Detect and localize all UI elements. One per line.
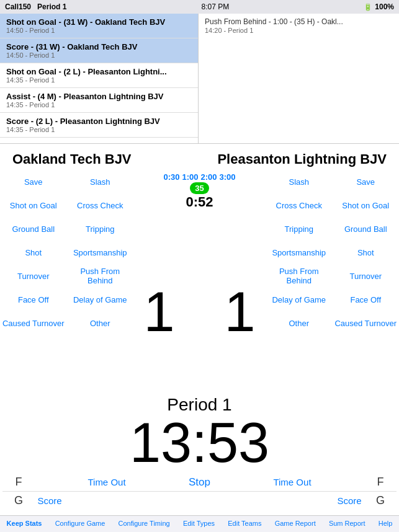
away-action-btn[interactable]: Sportsmanship — [266, 241, 333, 264]
home-timeout-btn[interactable]: Time Out — [82, 477, 132, 487]
away-action-row: Other Caused Turnover — [266, 311, 399, 335]
right-feed: Push From Behind - 1:00 - (35 H) - Oakl.… — [199, 14, 399, 143]
tab-item[interactable]: Configure Game — [55, 520, 105, 527]
home-score: 1 — [143, 284, 174, 340]
notification-text: Push From Behind - 1:00 - (35 H) - Oakl.… — [205, 17, 393, 35]
home-action-btn[interactable]: Cross Check — [67, 193, 134, 217]
away-action-btn[interactable]: Save — [333, 170, 400, 193]
feed-item[interactable]: Shot on Goal - (2 L) - Pleasanton Lightn… — [0, 63, 198, 88]
feed-item[interactable]: Score - (2 L) - Pleasanton Lightning BJV… — [0, 113, 198, 138]
main-clock: 13:53 — [0, 415, 399, 473]
status-right: 🔋 100% — [364, 2, 394, 11]
home-action-row: Face Off Delay of Game — [0, 288, 133, 311]
tab-item[interactable]: Sum Report — [329, 520, 365, 527]
tab-item[interactable]: Edit Types — [183, 520, 215, 527]
away-team-name: Pleasanton Lightning BJV — [217, 151, 387, 167]
stop-btn[interactable]: Stop — [189, 476, 210, 489]
away-action-row: Sportsmanship Shot — [266, 241, 399, 264]
score-row: 1 1 — [133, 281, 266, 343]
battery-label: 100% — [375, 2, 394, 11]
home-action-btn[interactable]: Sportsmanship — [67, 241, 134, 264]
home-action-row: Ground Ball Tripping — [0, 217, 133, 241]
tab-item[interactable]: Configure Timing — [119, 520, 170, 527]
home-action-row: Shot on Goal Cross Check — [0, 193, 133, 217]
home-action-btn[interactable]: Shot — [0, 241, 67, 264]
away-score: 1 — [225, 284, 256, 340]
home-action-btn[interactable]: Save — [0, 170, 67, 193]
home-action-btn[interactable]: Other — [67, 311, 134, 335]
period-label: Period 1 — [37, 2, 66, 11]
home-action-btn[interactable]: Turnover — [0, 264, 67, 288]
period-200-btn[interactable]: 2:00 — [201, 172, 217, 182]
penalty-clock: 0:52 — [186, 194, 213, 210]
away-score-btn[interactable]: Score — [325, 495, 374, 506]
home-action-btn[interactable]: Shot on Goal — [0, 193, 67, 217]
home-f-label: F — [12, 476, 25, 489]
bottom-row-1: F Time Out Stop Time Out F — [0, 473, 399, 491]
home-action-row: Turnover Push From Behind — [0, 264, 133, 288]
away-action-row: Delay of Game Face Off — [266, 288, 399, 311]
home-action-row: Caused Turnover Other — [0, 311, 133, 335]
home-action-btn[interactable]: Delay of Game — [67, 288, 134, 311]
actions-section: Save Slash Shot on Goal Cross Check Grou… — [0, 170, 399, 390]
home-action-row: Save Slash — [0, 170, 133, 193]
home-actions-col: Save Slash Shot on Goal Cross Check Grou… — [0, 170, 133, 390]
tab-item[interactable]: Game Report — [275, 520, 316, 527]
away-action-btn[interactable]: Other — [266, 311, 333, 335]
home-action-btn[interactable]: Caused Turnover — [0, 311, 67, 335]
team-names: Oakland Tech BJV Pleasanton Lightning BJ… — [0, 144, 399, 170]
home-action-btn[interactable]: Slash — [67, 170, 134, 193]
period-030-btn[interactable]: 0:30 — [163, 172, 179, 182]
tab-item[interactable]: Keep Stats — [7, 520, 42, 527]
feed-item[interactable]: Assist - (4 M) - Pleasanton Lightning BJ… — [0, 88, 198, 113]
battery-icon: 🔋 — [364, 3, 372, 11]
carrier-label: Call150 — [5, 2, 31, 11]
away-action-btn[interactable]: Delay of Game — [266, 288, 333, 311]
status-left: Call150 Period 1 — [5, 2, 66, 11]
away-action-btn[interactable]: Ground Ball — [333, 217, 400, 241]
center-col: 0:30 1:00 2:00 3:00 35 0:52 1 1 — [133, 170, 266, 390]
away-action-row: Push From Behind Turnover — [266, 264, 399, 288]
home-action-btn[interactable]: Face Off — [0, 288, 67, 311]
home-team-name: Oakland Tech BJV — [12, 151, 132, 167]
away-actions-col: Slash Save Cross Check Shot on Goal Trip… — [266, 170, 399, 390]
status-bar: Call150 Period 1 8:07 PM 🔋 100% — [0, 0, 399, 14]
away-action-btn[interactable]: Caused Turnover — [333, 311, 400, 335]
away-action-row: Cross Check Shot on Goal — [266, 193, 399, 217]
penalty-count: 35 — [190, 182, 208, 194]
home-action-btn[interactable]: Push From Behind — [67, 264, 134, 288]
away-action-row: Slash Save — [266, 170, 399, 193]
status-time: 8:07 PM — [201, 2, 229, 11]
top-pane: Shot on Goal - (31 W) - Oakland Tech BJV… — [0, 14, 399, 144]
tab-item[interactable]: Help — [379, 520, 393, 527]
away-f-label: F — [374, 476, 387, 489]
away-action-btn[interactable]: Face Off — [333, 288, 400, 311]
away-action-btn[interactable]: Cross Check — [266, 193, 333, 217]
left-feed: Shot on Goal - (31 W) - Oakland Tech BJV… — [0, 14, 199, 143]
away-g-label: G — [374, 494, 387, 507]
feed-item[interactable]: Score - (31 W) - Oakland Tech BJV14:50 -… — [0, 38, 198, 63]
period-100-btn[interactable]: 1:00 — [182, 172, 198, 182]
feed-scroll[interactable]: Shot on Goal - (31 W) - Oakland Tech BJV… — [0, 14, 198, 143]
home-action-row: Shot Sportsmanship — [0, 241, 133, 264]
feed-item[interactable]: Shot on Goal - (31 W) - Oakland Tech BJV… — [0, 14, 198, 38]
away-action-btn[interactable]: Tripping — [266, 217, 333, 241]
away-timeout-btn[interactable]: Time Out — [267, 477, 317, 487]
away-action-btn[interactable]: Shot on Goal — [333, 193, 400, 217]
tab-item[interactable]: Edit Teams — [228, 520, 261, 527]
bottom-row-2: G Score Score G — [0, 492, 399, 512]
away-action-btn[interactable]: Turnover — [333, 264, 400, 288]
home-g-label: G — [12, 494, 25, 507]
period-display: Period 1 — [0, 390, 399, 415]
away-action-btn[interactable]: Shot — [333, 241, 400, 264]
period-300-btn[interactable]: 3:00 — [220, 172, 236, 182]
home-action-btn[interactable]: Tripping — [67, 217, 134, 241]
tab-bar: Keep StatsConfigure GameConfigure Timing… — [0, 515, 399, 532]
away-action-row: Tripping Ground Ball — [266, 217, 399, 241]
home-score-btn[interactable]: Score — [25, 495, 74, 506]
away-action-btn[interactable]: Push From Behind — [266, 264, 333, 288]
away-action-btn[interactable]: Slash — [266, 170, 333, 193]
home-action-btn[interactable]: Ground Ball — [0, 217, 67, 241]
